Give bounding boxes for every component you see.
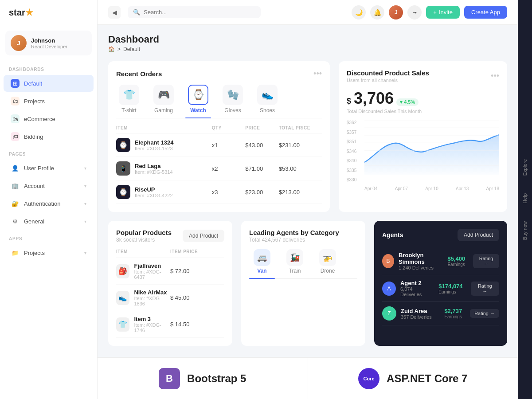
- tshirt-icon: 👕: [119, 85, 139, 105]
- tab-shoes[interactable]: 👟 Shoes: [254, 85, 280, 118]
- aspnet-overlay: Core ASP.NET Core 7: [308, 357, 518, 399]
- popular-header: Popular Products 8k social visitors Add …: [116, 229, 224, 243]
- product-price: $ 72.00: [170, 268, 224, 274]
- rating-button[interactable]: Rating →: [470, 309, 499, 318]
- breadcrumb: 🏠 > Default: [108, 46, 159, 52]
- tab-train[interactable]: 🚂 Train: [282, 249, 308, 278]
- chart-area: $362 $357 $351 $346 $340 $335 $330: [347, 120, 499, 191]
- agent-earnings: $174,074 Earnings: [438, 283, 462, 294]
- user-card[interactable]: J Johnson React Developer: [5, 31, 92, 55]
- leading-agents-panel: Leading Agents by Category Total 424,567…: [241, 221, 365, 346]
- sales-number: 3,706: [354, 89, 394, 108]
- arrow-right-icon[interactable]: →: [407, 5, 422, 20]
- order-total: $213.00: [279, 189, 322, 196]
- agent-avatar: Z: [382, 306, 396, 321]
- folder2-icon: 📁: [11, 248, 20, 257]
- order-tabs: 👕 T-shirt 🎮 Gaming ⌚ Watch 🧤 Gloves: [116, 85, 322, 118]
- sidebar: star★ J Johnson React Developer DASHBOAR…: [0, 0, 98, 399]
- user-name: Johnson: [31, 37, 67, 44]
- sidebar-item-label: eCommerce: [24, 116, 86, 122]
- gloves-icon: 🧤: [223, 85, 243, 105]
- notification-icon[interactable]: 🔔: [370, 5, 384, 20]
- buy-now-label[interactable]: Buy now: [522, 221, 528, 240]
- user-info: Johnson React Developer: [31, 37, 67, 49]
- tab-tshirt[interactable]: 👕 T-shirt: [116, 85, 142, 118]
- tab-label: T-shirt: [121, 107, 136, 113]
- order-id: Item: #XDG-5314: [135, 169, 173, 175]
- sales-label: Total Discounted Sales This Month: [347, 109, 499, 114]
- tab-gaming[interactable]: 🎮 Gaming: [151, 85, 176, 118]
- agent-avatar: B: [382, 254, 394, 268]
- agent-deliveries: 357 Deliveries: [401, 314, 432, 320]
- sidebar-item-ecommerce[interactable]: 🛍 eCommerce: [4, 110, 94, 127]
- theme-icon[interactable]: 🌙: [352, 5, 366, 20]
- rating-button[interactable]: Rating →: [473, 254, 499, 268]
- product-image: 👕: [116, 317, 129, 332]
- pages-label: PAGES: [0, 145, 97, 159]
- sidebar-item-label: Projects: [24, 98, 86, 105]
- agent-tabs: 🚐 Van 🚂 Train 🚁 Drone: [249, 249, 357, 279]
- sidebar-item-default[interactable]: ⊞ Default: [4, 75, 94, 92]
- rating-button[interactable]: Rating →: [471, 282, 499, 296]
- invite-button[interactable]: + Invite: [426, 6, 460, 19]
- tab-van[interactable]: 🚐 Van: [249, 249, 275, 278]
- tag-icon: 🏷: [11, 132, 20, 141]
- panel-menu-icon[interactable]: •••: [491, 71, 499, 81]
- help-label[interactable]: Help: [522, 193, 528, 203]
- topbar-right: 🌙 🔔 J → + Invite Create App: [352, 5, 507, 20]
- gaming-icon: 🎮: [153, 85, 174, 105]
- add-product-button[interactable]: Add Product: [183, 230, 224, 242]
- sidebar-item-bidding[interactable]: 🏷 Bidding: [4, 128, 94, 145]
- aspnet-text: ASP.NET Core 7: [387, 372, 467, 385]
- collapse-button[interactable]: ◀: [108, 6, 121, 19]
- explore-label[interactable]: Explore: [522, 159, 528, 176]
- sidebar-item-account[interactable]: 🏢 Account ▾: [4, 177, 94, 194]
- product-name: Item 3: [134, 316, 170, 322]
- order-item: ⌚ Elephant 1324 Item: #XDG-1523: [116, 138, 212, 152]
- add-product-dark-button[interactable]: Add Product: [458, 229, 499, 241]
- tab-label: Gaming: [154, 107, 173, 113]
- agent-deliveries: 6,074 Deliveries: [400, 286, 434, 297]
- tab-watch[interactable]: ⌚ Watch: [185, 85, 211, 118]
- order-qty: x3: [212, 189, 246, 196]
- table-row: 🎒 Fjallraven Item: #XDG-6437 $ 72.00: [116, 258, 224, 285]
- search-input[interactable]: [144, 9, 255, 16]
- sidebar-item-user-profile[interactable]: 👤 User Profile ▾: [4, 160, 94, 176]
- earnings-amount: $2,737: [444, 308, 462, 314]
- apps-label: APPS: [0, 230, 97, 244]
- agents-header: Leading Agents by Category Total 424,567…: [249, 229, 357, 243]
- earnings-amount: $174,074: [438, 283, 462, 289]
- chevron-down-icon: ▾: [84, 250, 86, 255]
- rp-header: Agents Add Product: [382, 229, 499, 241]
- table-row: ⌚ Elephant 1324 Item: #XDG-1523 x1 $43.0…: [116, 133, 322, 157]
- sidebar-item-general[interactable]: ⚙ General ▾: [4, 213, 94, 230]
- create-app-button[interactable]: Create App: [464, 6, 507, 19]
- tab-drone[interactable]: 🚁 Drone: [315, 249, 340, 278]
- sidebar-item-authentication[interactable]: 🔐 Authentication ▾: [4, 195, 94, 212]
- order-image: ⌚: [116, 185, 130, 199]
- tab-gloves[interactable]: 🧤 Gloves: [220, 85, 246, 118]
- topbar-avatar[interactable]: J: [389, 5, 403, 20]
- chevron-down-icon: ▾: [84, 219, 86, 224]
- page-header: Dashboard 🏠 > Default: [108, 34, 507, 52]
- product-item: 👕 Item 3 Item: #XDG-1746: [116, 316, 170, 333]
- agent-name: Zuid Area: [401, 308, 432, 314]
- sidebar-item-apps-projects[interactable]: 📁 Projects ▾: [4, 244, 94, 261]
- breadcrumb-separator: >: [117, 46, 121, 52]
- dashboards-label: DASHBOARDS: [0, 61, 97, 74]
- order-item: 📱 Red Laga Item: #XDG-5314: [116, 161, 212, 176]
- product-price: $ 45.00: [170, 294, 224, 301]
- right-sidebar: Explore Help Buy now: [518, 0, 532, 399]
- sidebar-item-projects[interactable]: 🗂 Projects: [4, 93, 94, 110]
- table-row: 📱 Red Laga Item: #XDG-5314 x2 $71.00 $53…: [116, 157, 322, 180]
- dollar-sign: $: [347, 97, 351, 106]
- panel-menu-icon[interactable]: •••: [313, 69, 322, 78]
- order-name: Elephant 1324: [135, 139, 173, 146]
- bootstrap-text: Bootstrap 5: [187, 372, 246, 385]
- product-id: Item: #XDG-1836: [134, 296, 170, 306]
- page-content: Dashboard 🏠 > Default Recent Orders ••• …: [98, 25, 518, 399]
- order-qty: x1: [212, 142, 246, 149]
- topbar: ◀ 🔍 🌙 🔔 J → + Invite Create App: [98, 0, 518, 25]
- sidebar-item-label: Default: [24, 80, 86, 87]
- watch-icon: ⌚: [188, 85, 208, 105]
